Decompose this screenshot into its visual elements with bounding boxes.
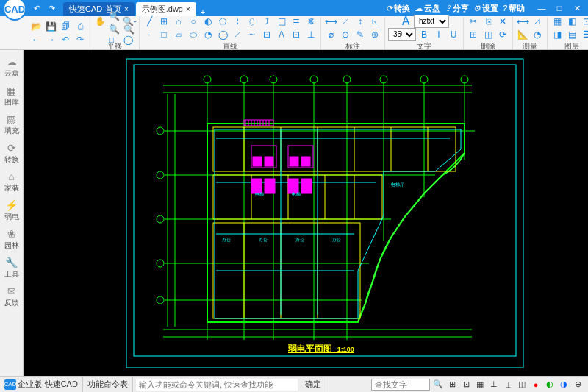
snap-icon[interactable]: ⊡ xyxy=(460,379,472,391)
redo-icon[interactable]: ↷ xyxy=(74,33,87,46)
record-icon[interactable]: ● xyxy=(530,379,542,391)
dim-vertical-icon[interactable]: ↕ xyxy=(354,15,367,28)
osnap-icon[interactable]: ◫ xyxy=(516,379,528,391)
status-blue-icon[interactable]: ◑ xyxy=(558,379,570,391)
delete-icon[interactable]: ✕ xyxy=(496,15,509,28)
layer-list-icon[interactable]: ☰ xyxy=(580,28,588,41)
share-button[interactable]: ⇪分享 xyxy=(445,3,469,14)
dim-dia-icon[interactable]: ⌀ xyxy=(324,28,337,41)
sidebar-item-lowvolt[interactable]: ⚡弱电 xyxy=(1,196,22,225)
dim-radius-icon[interactable]: ⊙ xyxy=(339,28,352,41)
sidebar-item-furnish[interactable]: ⌂家装 xyxy=(1,168,22,196)
help-button[interactable]: ?帮助 xyxy=(503,3,525,14)
bold-button[interactable]: B xyxy=(417,28,431,41)
grid2-icon[interactable]: ▦ xyxy=(474,379,486,391)
maximize-button[interactable]: □ xyxy=(551,1,567,15)
command-table-button[interactable]: 功能命令表 xyxy=(83,377,133,393)
arc-icon[interactable]: ◐ xyxy=(201,15,215,28)
quarter-icon[interactable]: ◔ xyxy=(201,28,215,41)
layer-freeze-icon[interactable]: ⊡ xyxy=(580,15,588,28)
undo-icon[interactable]: ↶ xyxy=(59,33,72,46)
box-icon[interactable]: ⊡ xyxy=(260,28,273,41)
undo-icon[interactable]: ↶ xyxy=(31,2,43,14)
search-icon[interactable]: 🔍 xyxy=(432,379,444,391)
zoom-extent-icon[interactable]: 🔍◯ xyxy=(123,28,136,41)
circle-icon[interactable]: ○ xyxy=(187,15,200,28)
sidebar-item-tools[interactable]: 🔧工具 xyxy=(1,254,22,282)
rect-icon[interactable]: □ xyxy=(157,28,171,41)
close-icon[interactable]: × xyxy=(186,5,190,13)
grid-icon[interactable]: ⊞ xyxy=(157,15,171,28)
spline-icon[interactable]: ⌇ xyxy=(231,15,244,28)
block-icon[interactable]: ◫ xyxy=(275,15,288,28)
ring-icon[interactable]: ◯ xyxy=(216,28,229,41)
point-icon[interactable]: · xyxy=(143,28,156,41)
measure-dist-icon[interactable]: ⟷ xyxy=(516,15,529,28)
search-input[interactable] xyxy=(371,379,430,391)
italic-button[interactable]: I xyxy=(432,28,445,41)
wave-icon[interactable]: ～ xyxy=(245,28,259,41)
text-tool-icon[interactable]: A xyxy=(399,15,412,28)
drawing-canvas[interactable]: 办公办公办公办公 电梯厅电梯电梯 弱电平面图 1:100 xyxy=(24,50,588,376)
minimize-button[interactable]: — xyxy=(534,1,550,15)
back-icon[interactable]: ← xyxy=(29,33,43,46)
parallelogram-icon[interactable]: ▱ xyxy=(172,28,185,41)
layer-lock-icon[interactable]: ◨ xyxy=(551,28,564,41)
polar-icon[interactable]: ⟂ xyxy=(502,379,514,391)
layer-iso-icon[interactable]: ▤ xyxy=(565,28,578,41)
mirror-icon[interactable]: ◫ xyxy=(481,28,495,41)
text-icon[interactable]: A xyxy=(275,28,288,41)
pan-icon[interactable]: ✋ xyxy=(93,15,107,28)
close-icon[interactable]: × xyxy=(124,5,129,13)
dim-angle-icon[interactable]: ⊾ xyxy=(368,15,381,28)
forward-icon[interactable]: → xyxy=(44,33,57,46)
array-icon[interactable]: ⊞ xyxy=(467,28,480,41)
font-name-select[interactable]: hztxt xyxy=(414,15,449,28)
layer-icon[interactable]: ▦ xyxy=(551,15,564,28)
hatch-icon[interactable]: ≣ xyxy=(290,15,303,28)
sidebar-item-feedback[interactable]: ✉反馈 xyxy=(1,282,22,311)
misc-icon[interactable]: ❋ xyxy=(304,15,318,28)
command-input[interactable] xyxy=(136,379,298,391)
oval-icon[interactable]: ⬭ xyxy=(187,28,200,41)
close-button[interactable]: ✕ xyxy=(569,1,585,15)
status-green-icon[interactable]: ◐ xyxy=(544,379,556,391)
measure-arc-icon[interactable]: ◔ xyxy=(531,28,544,41)
cut-icon[interactable]: ✂ xyxy=(467,15,480,28)
ellipse-icon[interactable]: ⬯ xyxy=(245,15,259,28)
measure-area-icon[interactable]: ⊿ xyxy=(531,15,544,28)
grid-icon[interactable]: ⊞ xyxy=(446,379,458,391)
layer-off-icon[interactable]: ◧ xyxy=(565,15,578,28)
rotate-icon[interactable]: ⟳ xyxy=(496,28,509,41)
status-edition[interactable]: CAD 企业版-快速CAD xyxy=(0,377,83,393)
home-icon[interactable]: ⌂ xyxy=(172,15,185,28)
underline-button[interactable]: U xyxy=(447,28,460,41)
dim-center-icon[interactable]: ⊕ xyxy=(368,28,381,41)
open-icon[interactable]: 📂 xyxy=(29,20,43,33)
print-icon[interactable]: ⎙ xyxy=(74,20,87,33)
sidebar-item-gallery[interactable]: ▦图库 xyxy=(1,82,22,110)
zoom-window-icon[interactable]: 🔍□ xyxy=(108,28,121,41)
save-icon[interactable]: 💾 xyxy=(44,20,57,33)
perp-icon[interactable]: ⊥ xyxy=(304,28,318,41)
diag-icon[interactable]: ⟋ xyxy=(231,28,244,41)
sidebar-item-cloud[interactable]: ☁云盘 xyxy=(1,53,22,82)
copy-icon[interactable]: 🗐 xyxy=(59,20,72,33)
ok-button[interactable]: 确定 xyxy=(301,377,326,393)
redo-icon[interactable]: ↷ xyxy=(46,2,57,14)
sidebar-item-garden[interactable]: ❀园林 xyxy=(1,225,22,254)
sidebar-item-convert[interactable]: ⟳转换 xyxy=(1,139,22,168)
line-icon[interactable]: ╱ xyxy=(143,15,156,28)
settings-button[interactable]: ⚙设置 xyxy=(473,3,498,14)
curve-icon[interactable]: ⤴ xyxy=(260,15,273,28)
ortho-icon[interactable]: ⊥ xyxy=(488,379,500,391)
paste-icon[interactable]: ⎘ xyxy=(481,15,495,28)
convert-button[interactable]: ⟳转换 xyxy=(386,3,410,14)
dim-linear-icon[interactable]: ⟷ xyxy=(324,15,337,28)
plus-icon[interactable]: ⊕ xyxy=(572,379,584,391)
cloud-button[interactable]: ☁云盘 xyxy=(415,3,440,14)
dim-leader-icon[interactable]: ✎ xyxy=(354,28,367,41)
frame-icon[interactable]: ⊡ xyxy=(290,28,303,41)
dim-aligned-icon[interactable]: ⟋ xyxy=(339,15,352,28)
sidebar-item-fill[interactable]: ▨填充 xyxy=(1,110,22,139)
